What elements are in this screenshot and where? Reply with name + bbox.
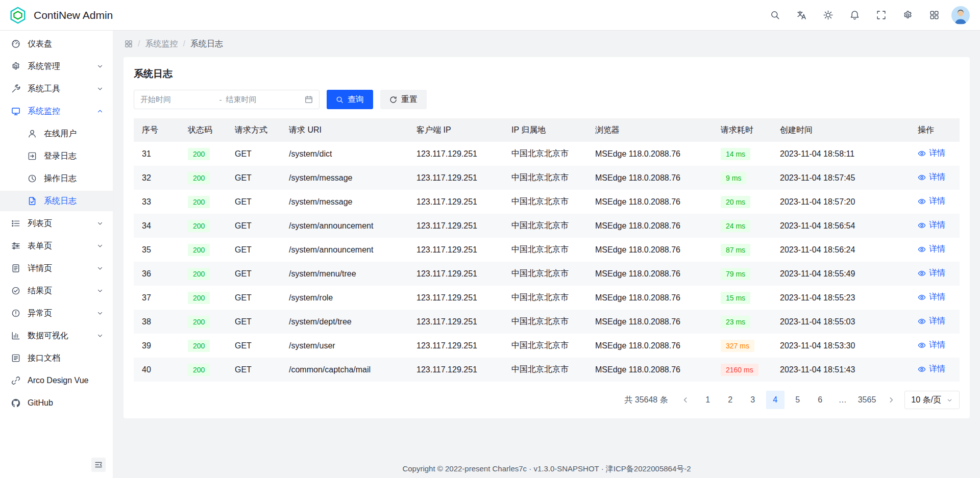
- cell-client-ip: 123.117.129.251: [408, 358, 503, 382]
- sidebar-item-detail-page[interactable]: 详情页: [0, 258, 113, 279]
- detail-link[interactable]: 详情: [918, 316, 945, 326]
- column-header: 操作: [910, 118, 960, 142]
- monitor-icon: [11, 107, 20, 116]
- pagination-page-6[interactable]: 6: [811, 391, 829, 409]
- cell-no: 38: [134, 310, 180, 334]
- brand[interactable]: ContiNew Admin: [8, 6, 113, 25]
- sidebar-item-online-users[interactable]: 在线用户: [0, 123, 113, 144]
- detail-link[interactable]: 详情: [918, 148, 945, 159]
- eye-icon: [918, 293, 926, 301]
- sidebar-item-dashboard[interactable]: 仪表盘: [0, 34, 113, 54]
- chevron-left-icon: [681, 396, 690, 404]
- detail-link-label: 详情: [929, 292, 945, 303]
- search-button[interactable]: 查询: [327, 90, 373, 109]
- theme-toggle-button[interactable]: [819, 6, 837, 24]
- pagination-next-button[interactable]: [882, 391, 900, 409]
- table-row: 33200GET/system/message123.117.129.251中国…: [134, 190, 960, 214]
- eye-icon: [918, 149, 926, 158]
- detail-link-label: 详情: [929, 316, 945, 326]
- sidebar-item-arco-design-vue[interactable]: Arco Design Vue: [0, 370, 113, 391]
- detail-link[interactable]: 详情: [918, 220, 945, 231]
- sidebar-item-login-log[interactable]: 登录日志: [0, 146, 113, 166]
- notifications-button[interactable]: [845, 6, 864, 24]
- reset-button[interactable]: 重置: [380, 90, 427, 109]
- page-size-select[interactable]: 10 条/页: [904, 391, 960, 409]
- duration-badge: 15 ms: [721, 292, 750, 304]
- sidebar-collapse-button[interactable]: [91, 458, 106, 472]
- detail-link[interactable]: 详情: [918, 172, 945, 183]
- translate-button[interactable]: [792, 6, 811, 24]
- sidebar-item-label: 表单页: [28, 241, 95, 251]
- chart-icon: [11, 331, 20, 340]
- filter-row: 开始时间 - 结束时间 查询 重置: [134, 90, 960, 109]
- breadcrumb-item-monitor[interactable]: 系统监控: [145, 39, 178, 49]
- sidebar-item-label: 仪表盘: [28, 39, 105, 49]
- duration-badge: 24 ms: [721, 220, 750, 232]
- avatar-image: [951, 6, 970, 24]
- sidebar-item-result-page[interactable]: 结果页: [0, 281, 113, 301]
- cell-ip-location: 中国北京北京市: [503, 142, 587, 166]
- detail-link[interactable]: 详情: [918, 340, 945, 350]
- search-icon: [336, 96, 344, 104]
- detail-link[interactable]: 详情: [918, 196, 945, 207]
- sidebar-item-system-log[interactable]: 系统日志: [0, 191, 113, 211]
- sidebar-item-api-docs[interactable]: 接口文档: [0, 348, 113, 368]
- pagination-page-1[interactable]: 1: [699, 391, 717, 409]
- cell-ip-location: 中国北京北京市: [503, 166, 587, 190]
- pagination-page-4[interactable]: 4: [766, 391, 785, 409]
- cell-method: GET: [227, 214, 281, 238]
- table-row: 31200GET/system/dict123.117.129.251中国北京北…: [134, 142, 960, 166]
- cell-browser: MSEdge 118.0.2088.76: [587, 358, 713, 382]
- cell-browser: MSEdge 118.0.2088.76: [587, 142, 713, 166]
- pagination-prev-button[interactable]: [676, 391, 695, 409]
- status-badge: 200: [188, 316, 210, 328]
- sidebar-item-system-monitor[interactable]: 系统监控: [0, 101, 113, 121]
- result-icon: [11, 286, 20, 295]
- sidebar-nav: 仪表盘系统管理系统工具系统监控在线用户登录日志操作日志系统日志列表页表单页详情页…: [0, 31, 113, 478]
- table-row: 35200GET/system/announcement123.117.129.…: [134, 238, 960, 262]
- column-header: 请求耗时: [713, 118, 772, 142]
- eye-icon: [918, 221, 926, 230]
- pagination-page-3[interactable]: 3: [744, 391, 762, 409]
- detail-link[interactable]: 详情: [918, 268, 945, 279]
- docs-button[interactable]: [925, 6, 943, 24]
- cell-method: GET: [227, 286, 281, 310]
- cell-browser: MSEdge 118.0.2088.76: [587, 334, 713, 358]
- tool-icon: [11, 84, 20, 93]
- sys-log-icon: [28, 196, 37, 206]
- status-badge: 200: [188, 244, 210, 256]
- page-size-chevron-wrap: [946, 397, 953, 404]
- sidebar-item-data-visualization[interactable]: 数据可视化: [0, 325, 113, 346]
- detail-link[interactable]: 详情: [918, 244, 945, 255]
- list-icon: [11, 219, 20, 228]
- sidebar-item-operation-log[interactable]: 操作日志: [0, 168, 113, 189]
- detail-link[interactable]: 详情: [918, 292, 945, 303]
- doc-icon: [11, 354, 20, 363]
- grid-icon: [929, 10, 939, 20]
- detail-link[interactable]: 详情: [918, 364, 945, 374]
- search-button[interactable]: [766, 6, 784, 24]
- user-avatar[interactable]: [951, 6, 970, 24]
- date-range-picker[interactable]: 开始时间 - 结束时间: [134, 90, 320, 109]
- eye-icon: [918, 341, 926, 349]
- sidebar-item-github[interactable]: GitHub: [0, 393, 113, 413]
- breadcrumb-home[interactable]: [125, 40, 133, 48]
- pagination-page-3565[interactable]: 3565: [856, 391, 878, 409]
- sidebar-item-form-page[interactable]: 表单页: [0, 236, 113, 256]
- eye-icon: [918, 365, 926, 373]
- translate-icon: [797, 10, 806, 20]
- pagination-page-2[interactable]: 2: [721, 391, 740, 409]
- sidebar-item-system-management[interactable]: 系统管理: [0, 56, 113, 77]
- eye-icon: [918, 197, 926, 206]
- sidebar-item-exception-page[interactable]: 异常页: [0, 303, 113, 323]
- settings-button[interactable]: [898, 6, 917, 24]
- detail-link-label: 详情: [929, 148, 945, 159]
- sidebar-item-system-tools[interactable]: 系统工具: [0, 79, 113, 99]
- fullscreen-button[interactable]: [872, 6, 890, 24]
- refresh-icon: [389, 96, 397, 104]
- pagination-page-5[interactable]: 5: [789, 391, 807, 409]
- sidebar-item-list-page[interactable]: 列表页: [0, 213, 113, 234]
- chevron-down-wrap: [95, 63, 105, 70]
- eye-icon: [918, 269, 926, 278]
- sidebar-item-label: 结果页: [28, 286, 95, 296]
